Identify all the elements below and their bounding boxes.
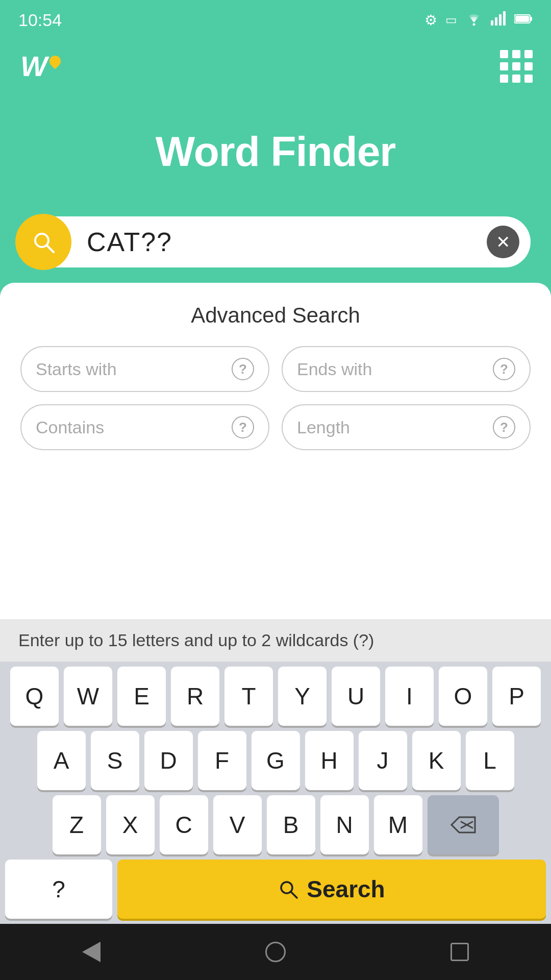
key-p[interactable]: P bbox=[492, 667, 541, 726]
grid-menu-icon[interactable] bbox=[500, 50, 531, 83]
advanced-panel: Advanced Search Starts with ? Ends with … bbox=[0, 283, 551, 619]
key-y[interactable]: Y bbox=[278, 667, 327, 726]
key-s[interactable]: S bbox=[91, 731, 139, 790]
key-n[interactable]: N bbox=[320, 795, 369, 854]
clear-button[interactable]: ✕ bbox=[487, 226, 519, 258]
status-icons: ⚙ ▭ bbox=[424, 11, 533, 29]
svg-line-9 bbox=[47, 246, 54, 252]
title-section: Word Finder bbox=[0, 97, 551, 216]
key-d[interactable]: D bbox=[144, 731, 193, 790]
battery-icon bbox=[514, 12, 533, 28]
svg-rect-6 bbox=[530, 17, 532, 21]
key-i[interactable]: I bbox=[385, 667, 434, 726]
backspace-icon bbox=[450, 816, 477, 834]
svg-point-0 bbox=[473, 23, 475, 26]
ends-with-placeholder: Ends with bbox=[297, 359, 372, 379]
search-bar-container: CAT?? ✕ bbox=[0, 216, 551, 267]
hint-text: Enter up to 15 letters and up to 2 wildc… bbox=[18, 630, 374, 650]
ends-with-field[interactable]: Ends with ? bbox=[282, 346, 531, 392]
svg-rect-4 bbox=[503, 11, 506, 26]
logo-dot bbox=[47, 53, 63, 69]
keyboard: Q W E R T Y U I O P A S D F G H J K L Z … bbox=[0, 662, 551, 924]
key-e[interactable]: E bbox=[117, 667, 166, 726]
key-m[interactable]: M bbox=[374, 795, 422, 854]
key-o[interactable]: O bbox=[439, 667, 487, 726]
signal-icon bbox=[491, 11, 506, 29]
contains-field[interactable]: Contains ? bbox=[20, 404, 269, 450]
svg-rect-1 bbox=[491, 20, 493, 26]
key-l[interactable]: L bbox=[466, 731, 514, 790]
starts-with-field[interactable]: Starts with ? bbox=[20, 346, 269, 392]
keyboard-row-3: Z X C V B N M bbox=[3, 795, 548, 854]
keyboard-row-1: Q W E R T Y U I O P bbox=[3, 667, 548, 726]
key-t[interactable]: T bbox=[224, 667, 273, 726]
nav-home-button[interactable] bbox=[265, 942, 286, 962]
contains-placeholder: Contains bbox=[36, 418, 104, 437]
search-bar: CAT?? ✕ bbox=[20, 216, 531, 267]
page-title: Word Finder bbox=[20, 128, 531, 176]
wifi-icon bbox=[465, 11, 483, 29]
ends-with-help-icon[interactable]: ? bbox=[493, 358, 515, 380]
key-k[interactable]: K bbox=[412, 731, 461, 790]
keyboard-row-4: ? Search bbox=[3, 860, 548, 919]
svg-rect-3 bbox=[499, 14, 502, 26]
hint-bar: Enter up to 15 letters and up to 2 wildc… bbox=[0, 619, 551, 662]
clear-icon: ✕ bbox=[496, 232, 510, 252]
search-icon-button[interactable] bbox=[15, 214, 71, 270]
app-header: W bbox=[0, 36, 551, 97]
length-help-icon[interactable]: ? bbox=[493, 416, 515, 438]
svg-line-13 bbox=[291, 892, 297, 898]
app-logo: W bbox=[20, 52, 61, 81]
logo-w: W bbox=[20, 52, 47, 81]
key-g[interactable]: G bbox=[252, 731, 300, 790]
nav-recents-button[interactable] bbox=[450, 943, 469, 961]
starts-with-help-icon[interactable]: ? bbox=[232, 358, 254, 380]
advanced-search-title: Advanced Search bbox=[20, 303, 531, 328]
nav-back-button[interactable] bbox=[82, 942, 101, 962]
key-x[interactable]: X bbox=[106, 795, 155, 854]
key-j[interactable]: J bbox=[359, 731, 407, 790]
keyboard-row-2: A S D F G H J K L bbox=[3, 731, 548, 790]
home-icon bbox=[265, 942, 286, 962]
status-time: 10:54 bbox=[18, 10, 62, 30]
length-field[interactable]: Length ? bbox=[282, 404, 531, 450]
search-button-icon bbox=[278, 879, 298, 899]
key-u[interactable]: U bbox=[332, 667, 380, 726]
starts-with-placeholder: Starts with bbox=[36, 359, 117, 379]
search-button-label: Search bbox=[307, 875, 385, 903]
key-w[interactable]: W bbox=[64, 667, 112, 726]
key-v[interactable]: V bbox=[213, 795, 262, 854]
recents-icon bbox=[450, 943, 469, 961]
nav-bar bbox=[0, 924, 551, 980]
key-z[interactable]: Z bbox=[53, 795, 101, 854]
key-h[interactable]: H bbox=[305, 731, 354, 790]
key-a[interactable]: A bbox=[37, 731, 86, 790]
status-bar: 10:54 ⚙ ▭ bbox=[0, 0, 551, 36]
search-button[interactable]: Search bbox=[117, 860, 546, 919]
search-icon bbox=[32, 230, 55, 254]
search-input[interactable]: CAT?? bbox=[20, 227, 487, 257]
svg-rect-7 bbox=[515, 16, 529, 22]
key-r[interactable]: R bbox=[171, 667, 219, 726]
gear-icon: ⚙ bbox=[424, 12, 437, 29]
sdcard-icon: ▭ bbox=[445, 13, 457, 27]
contains-help-icon[interactable]: ? bbox=[232, 416, 254, 438]
key-f[interactable]: F bbox=[198, 731, 246, 790]
advanced-fields-row1: Starts with ? Ends with ? bbox=[20, 346, 531, 392]
key-b[interactable]: B bbox=[267, 795, 315, 854]
key-question[interactable]: ? bbox=[5, 860, 112, 919]
advanced-fields-row2: Contains ? Length ? bbox=[20, 404, 531, 450]
key-q[interactable]: Q bbox=[10, 667, 59, 726]
key-backspace[interactable] bbox=[428, 795, 499, 854]
length-placeholder: Length bbox=[297, 418, 350, 437]
svg-rect-2 bbox=[495, 17, 497, 26]
back-icon bbox=[82, 942, 101, 962]
key-c[interactable]: C bbox=[160, 795, 208, 854]
